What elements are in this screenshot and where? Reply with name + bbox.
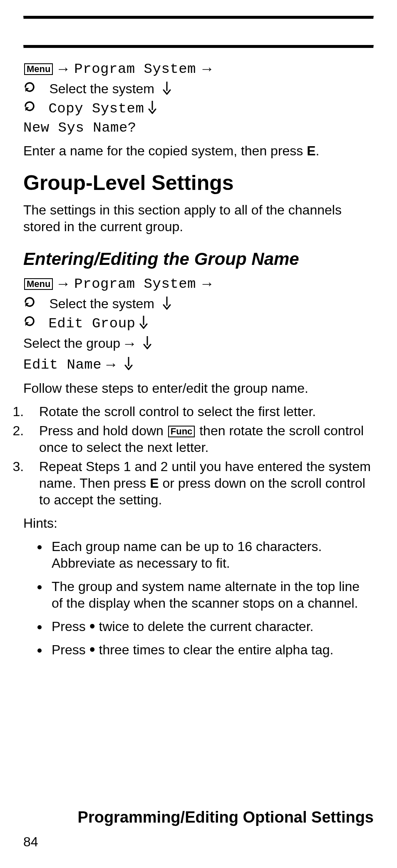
rotate-icon bbox=[23, 81, 36, 96]
arrow-down-icon bbox=[124, 356, 133, 372]
arrow-right-icon: → bbox=[56, 60, 71, 77]
text: Enter a name for the copied system, then… bbox=[23, 143, 307, 158]
nav-line-edit-name: Edit Name → bbox=[23, 356, 374, 373]
nav-line-new-sys-name: New Sys Name? bbox=[23, 120, 374, 136]
arrow-right-icon: → bbox=[104, 356, 119, 373]
text: Press and hold down bbox=[39, 423, 167, 438]
text: three times to clear the entire alpha ta… bbox=[95, 642, 334, 657]
arrow-right-icon: → bbox=[199, 275, 214, 292]
hints-list: Each group name can be up to 16 characte… bbox=[23, 538, 374, 658]
nav-text: New Sys Name? bbox=[23, 120, 136, 136]
list-item: Press and hold down Func then rotate the… bbox=[27, 422, 374, 456]
nav-text: Copy System bbox=[48, 101, 144, 117]
nav-text: Edit Name bbox=[23, 357, 102, 373]
footer-title: Programming/Editing Optional Settings bbox=[23, 808, 374, 826]
nav-text: Program System bbox=[74, 61, 196, 77]
nav-line-menu-program-system-1: Menu → Program System → bbox=[23, 60, 374, 77]
hints-label: Hints: bbox=[23, 515, 374, 531]
heading-entering-editing-group-name: Entering/Editing the Group Name bbox=[23, 249, 374, 269]
list-item: Each group name can be up to 16 characte… bbox=[48, 538, 374, 571]
arrow-right-icon: → bbox=[122, 335, 137, 352]
arrow-right-icon: → bbox=[56, 275, 71, 292]
nav-line-menu-program-system-2: Menu → Program System → bbox=[23, 275, 374, 292]
arrow-down-icon bbox=[162, 81, 171, 97]
nav-line-edit-group: Edit Group bbox=[23, 315, 374, 332]
list-item: The group and system name alternate in t… bbox=[48, 578, 374, 611]
arrow-right-icon: → bbox=[199, 60, 214, 77]
text: Press bbox=[52, 619, 89, 634]
rule-bottom bbox=[23, 45, 374, 48]
text: twice to delete the current character. bbox=[95, 619, 314, 634]
arrow-down-icon bbox=[139, 315, 148, 331]
list-item: Press • three times to clear the entire … bbox=[48, 641, 374, 658]
list-item: Rotate the scroll control to select the … bbox=[27, 403, 374, 420]
nav-line-select-system-1: Select the system bbox=[23, 81, 374, 97]
steps-list: Rotate the scroll control to select the … bbox=[23, 403, 374, 508]
arrow-down-icon bbox=[148, 100, 157, 116]
heading-group-level-settings: Group-Level Settings bbox=[23, 171, 374, 195]
rotate-icon bbox=[23, 315, 36, 330]
body-paragraph: Enter a name for the copied system, then… bbox=[23, 142, 374, 159]
menu-key-icon: Menu bbox=[24, 278, 53, 290]
document-page: Menu → Program System → Select the syste… bbox=[0, 0, 397, 868]
page-content: Menu → Program System → Select the syste… bbox=[23, 60, 374, 658]
nav-line-copy-system: Copy System bbox=[23, 100, 374, 117]
body-paragraph: Follow these steps to enter/edit the gro… bbox=[23, 380, 374, 397]
rotate-icon bbox=[23, 100, 36, 115]
arrow-down-icon bbox=[143, 335, 152, 351]
body-paragraph: The settings in this section apply to al… bbox=[23, 202, 374, 235]
dot-icon: • bbox=[89, 617, 95, 635]
rotate-icon bbox=[23, 296, 36, 311]
nav-text: Program System bbox=[74, 276, 196, 292]
nav-text: Edit Group bbox=[48, 316, 135, 332]
rule-top bbox=[23, 16, 374, 19]
menu-key-icon: Menu bbox=[24, 63, 53, 75]
nav-text: Select the system bbox=[49, 81, 154, 96]
list-item: Repeat Steps 1 and 2 until you have ente… bbox=[27, 458, 374, 508]
nav-text: Select the group bbox=[23, 336, 120, 351]
text: . bbox=[316, 143, 320, 158]
arrow-down-icon bbox=[162, 296, 171, 312]
key-letter: E bbox=[150, 476, 159, 491]
dot-icon: • bbox=[89, 640, 95, 658]
nav-text: Select the system bbox=[49, 296, 154, 311]
key-letter: E bbox=[307, 143, 315, 158]
text: Press bbox=[52, 642, 89, 657]
func-key-icon: Func bbox=[168, 426, 195, 437]
list-item: Press • twice to delete the current char… bbox=[48, 618, 374, 635]
page-number: 84 bbox=[23, 834, 38, 850]
nav-line-select-system-2: Select the system bbox=[23, 296, 374, 312]
nav-line-select-group: Select the group → bbox=[23, 335, 374, 352]
